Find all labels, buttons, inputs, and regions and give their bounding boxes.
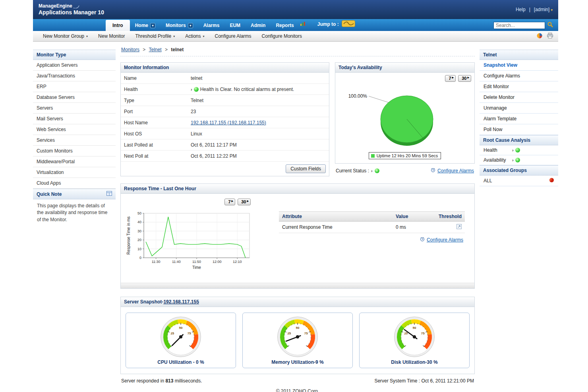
jump-to-icon[interactable] bbox=[342, 20, 355, 28]
svg-text:75: 75 bbox=[421, 332, 425, 335]
main-nav: Intro Home▾ Monitors▾ Alarms EUM Admin R… bbox=[33, 19, 558, 31]
group-all-row[interactable]: ALL bbox=[480, 176, 558, 186]
tab-reports[interactable]: Reports bbox=[271, 20, 299, 31]
search-icon[interactable] bbox=[547, 21, 553, 29]
svg-text:11:50: 11:50 bbox=[192, 260, 201, 264]
sidebar-item-services[interactable]: Services bbox=[33, 135, 116, 146]
admin-menu[interactable]: [admin] ▾ bbox=[534, 7, 553, 12]
help-link[interactable]: Help bbox=[516, 7, 526, 12]
memory-gauge-card: 255075 Memory Utilization-9 % bbox=[242, 313, 353, 368]
info-row-last-polled: Last Polled at Oct 6, 2011 12:17 PM bbox=[121, 139, 329, 151]
cpu-gauge-label: CPU Utilization - 0 % bbox=[157, 359, 204, 365]
sidebar-item-java-transactions[interactable]: Java/Transactions bbox=[33, 71, 116, 81]
svg-text:75: 75 bbox=[304, 332, 308, 335]
telnet-header: Telnet bbox=[480, 50, 558, 60]
availability-7day-button[interactable]: 7▶ bbox=[445, 75, 456, 82]
monitor-information-panel: Monitor Information Name telnet Health ›… bbox=[120, 62, 329, 176]
response-time-panel: Response Time - Last One Hour 7▶ 30▶ 010… bbox=[120, 183, 475, 289]
availability-30day-button[interactable]: 30▶ bbox=[458, 75, 471, 82]
tab-eum[interactable]: EUM bbox=[224, 20, 246, 31]
custom-fields-button[interactable]: Custom Fields bbox=[286, 164, 326, 173]
configure-alarms-link-availability[interactable]: Configure Alarms bbox=[437, 168, 474, 174]
breadcrumb-telnet-link[interactable]: Telnet bbox=[149, 47, 162, 52]
response-7day-button[interactable]: 7▶ bbox=[224, 199, 235, 205]
caret-down-icon[interactable]: ▾ bbox=[188, 23, 193, 28]
server-response-text: Server responded in 813 milliseconds. bbox=[121, 378, 202, 384]
sidebar-item-poll-now[interactable]: Poll Now bbox=[480, 124, 558, 135]
tab-home[interactable]: Home▾ bbox=[130, 20, 161, 31]
sidebar-item-snapshot-view[interactable]: Snapshot View bbox=[480, 60, 558, 71]
svg-text:50: 50 bbox=[137, 211, 141, 215]
sidebar-item-delete-monitor[interactable]: Delete Monitor bbox=[480, 92, 558, 103]
snapshot-host-link[interactable]: 192.168.117.155 bbox=[163, 299, 199, 305]
alarm-clock-icon bbox=[420, 237, 425, 243]
tab-admin[interactable]: Admin bbox=[246, 20, 271, 31]
svg-text:12:10: 12:10 bbox=[233, 260, 242, 264]
svg-text:20: 20 bbox=[137, 238, 141, 242]
tab-alarms[interactable]: Alarms bbox=[198, 20, 225, 31]
svg-text:12:00: 12:00 bbox=[213, 260, 222, 264]
svg-text:100.00%: 100.00% bbox=[348, 93, 368, 99]
svg-text:75: 75 bbox=[188, 332, 191, 335]
sidebar-item-alarm-template[interactable]: Alarm Template bbox=[480, 114, 558, 124]
sidebar-item-mail-servers[interactable]: Mail Servers bbox=[33, 114, 116, 124]
search-input[interactable] bbox=[493, 22, 545, 29]
jump-to-label: Jump to : bbox=[317, 21, 339, 27]
disk-gauge-label: Disk Utilization-30 % bbox=[391, 359, 437, 365]
health-clear-icon bbox=[194, 87, 199, 92]
info-row-name: Name telnet bbox=[121, 73, 329, 84]
sidebar-item-cloud-apps[interactable]: Cloud Apps bbox=[33, 178, 116, 189]
associated-groups-header: Associated Groups bbox=[480, 165, 558, 176]
memory-utilization-gauge: 255075 bbox=[268, 313, 327, 359]
sidebar-item-web-services[interactable]: Web Services bbox=[33, 124, 116, 135]
caret-down-icon[interactable]: ▾ bbox=[150, 23, 155, 28]
sidebar-item-middleware-portal[interactable]: Middleware/Portal bbox=[33, 156, 116, 167]
sidebar-item-unmanage[interactable]: Unmanage bbox=[480, 103, 558, 114]
sidebar-item-edit-monitor[interactable]: Edit Monitor bbox=[480, 81, 558, 92]
sidebar-item-servers[interactable]: Servers bbox=[33, 103, 116, 114]
printer-icon[interactable] bbox=[547, 33, 553, 40]
group-icon[interactable] bbox=[549, 178, 554, 184]
rca-availability-row[interactable]: Availability › ↑ bbox=[480, 155, 558, 165]
breadcrumb-monitors-link[interactable]: Monitors bbox=[121, 47, 139, 52]
tab-monitors[interactable]: Monitors▾ bbox=[161, 20, 198, 31]
new-monitor-group-menu[interactable]: New Monitor Group▾ bbox=[38, 33, 93, 39]
host-link[interactable]: 192.168.117.155 (192.168.117.155) bbox=[191, 120, 266, 126]
threshold-edit-icon[interactable] bbox=[456, 225, 462, 230]
app-window: ManageEngine Applications Manager 10 Hel… bbox=[33, 0, 558, 392]
brand-line1: ManageEngine bbox=[39, 4, 72, 9]
sidebar-item-configure-alarms[interactable]: Configure Alarms bbox=[480, 71, 558, 81]
tab-intro[interactable]: Intro bbox=[106, 20, 130, 31]
breadcrumb-current: telnet bbox=[171, 47, 184, 52]
threshold-profile-menu[interactable]: Threshold Profile▾ bbox=[130, 33, 180, 39]
sidebar-item-virtualization[interactable]: Virtualization bbox=[33, 167, 116, 178]
alarm-clock-icon bbox=[431, 168, 435, 174]
svg-text:11:30: 11:30 bbox=[152, 260, 161, 264]
info-row-hostname: Host Name 192.168.117.155 (192.168.117.1… bbox=[121, 117, 329, 128]
status-footer: Server responded in 813 milliseconds. Se… bbox=[120, 374, 475, 384]
server-system-time: Server System Time : Oct 6, 2011 12:21:0… bbox=[374, 378, 474, 384]
response-30day-button[interactable]: 30▶ bbox=[238, 199, 251, 205]
pie-chart-icon[interactable] bbox=[536, 33, 543, 40]
action-toolbar: New Monitor Group▾ New Monitor Threshold… bbox=[33, 31, 558, 42]
info-row-type: Type Telnet bbox=[121, 95, 329, 106]
configure-alarms-link-response[interactable]: Configure Alarms bbox=[427, 237, 463, 243]
server-snapshot-title: Server Snapshot- bbox=[124, 299, 163, 305]
configure-alarms-button[interactable]: Configure Alarms bbox=[210, 33, 257, 39]
table-row: Current Response Time 0 ms bbox=[279, 222, 465, 233]
sidebar-item-application-servers[interactable]: Application Servers bbox=[33, 60, 116, 71]
sidebar-item-custom-monitors[interactable]: Custom Monitors bbox=[33, 146, 116, 156]
monitor-chart-icon[interactable] bbox=[300, 21, 306, 27]
actions-menu[interactable]: Actions▾ bbox=[180, 33, 209, 39]
rca-health-row[interactable]: Health › bbox=[480, 145, 558, 155]
sidebar-item-database-servers[interactable]: Database Servers bbox=[33, 92, 116, 103]
header-separator: | bbox=[529, 7, 530, 12]
new-monitor-button[interactable]: New Monitor bbox=[93, 33, 130, 39]
caret-down-icon: ▾ bbox=[551, 8, 553, 12]
uptime-legend-label: Uptime 12 Hrs 20 Mins 59 Secs bbox=[377, 153, 438, 158]
configure-monitors-button[interactable]: Configure Monitors bbox=[257, 33, 307, 39]
monitor-information-title: Monitor Information bbox=[121, 63, 329, 73]
server-snapshot-panel: Server Snapshot-192.168.117.155 255075 C… bbox=[120, 297, 475, 374]
sidebar-item-erp[interactable]: ERP bbox=[33, 81, 116, 92]
svg-text:0: 0 bbox=[139, 256, 141, 260]
